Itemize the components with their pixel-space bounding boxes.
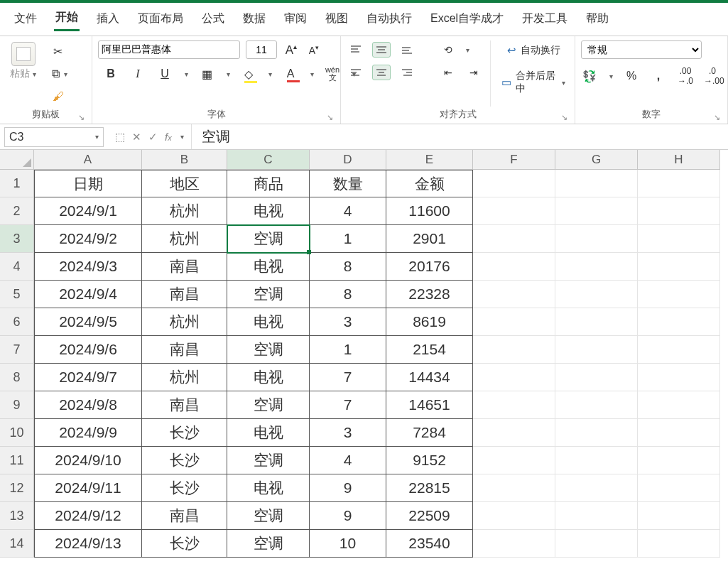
italic-button[interactable]: I (129, 67, 146, 80)
cell-H4[interactable] (638, 253, 720, 281)
cell-C7[interactable]: 空调 (227, 336, 310, 364)
orientation-icon[interactable]: ⟲ (439, 42, 457, 58)
col-header-F[interactable]: F (473, 150, 555, 170)
cell-H7[interactable] (638, 336, 720, 364)
format-painter-button[interactable]: 🖌 (45, 87, 71, 106)
cell-G8[interactable] (555, 364, 638, 391)
cell-B13[interactable]: 南昌 (142, 502, 227, 530)
cell-G12[interactable] (555, 474, 638, 502)
confirm-icon[interactable]: ✓ (148, 131, 158, 143)
cell-E8[interactable]: 14434 (386, 364, 473, 391)
row-header-7[interactable]: 7 (0, 336, 34, 364)
cell-G11[interactable] (555, 447, 638, 474)
cell-D4[interactable]: 8 (310, 253, 386, 281)
cell-D5[interactable]: 8 (310, 281, 386, 308)
cell-F8[interactable] (473, 364, 555, 391)
cell-A13[interactable]: 2024/9/12 (34, 502, 142, 530)
cell-A14[interactable]: 2024/9/13 (34, 530, 142, 558)
align-top-icon[interactable] (347, 42, 365, 58)
cell-E12[interactable]: 22815 (386, 474, 473, 502)
copy-button[interactable]: ⧉▾ (45, 65, 71, 83)
cell-B1[interactable]: 地区 (142, 170, 227, 197)
cell-B3[interactable]: 杭州 (142, 225, 227, 253)
cell-H2[interactable] (638, 197, 720, 225)
cell-A2[interactable]: 2024/9/1 (34, 197, 142, 225)
cell-A8[interactable]: 2024/9/7 (34, 364, 142, 391)
col-header-E[interactable]: E (386, 150, 473, 170)
cell-D7[interactable]: 1 (310, 336, 386, 364)
cell-D14[interactable]: 10 (310, 530, 386, 558)
cell-G2[interactable] (555, 197, 638, 225)
col-header-C[interactable]: C (227, 150, 310, 170)
cell-E9[interactable]: 14651 (386, 391, 473, 419)
cell-B4[interactable]: 南昌 (142, 253, 227, 281)
name-box[interactable]: C3 ▾ (4, 127, 104, 147)
cell-F12[interactable] (473, 474, 555, 502)
cell-A1[interactable]: 日期 (34, 170, 142, 197)
cell-C2[interactable]: 电视 (227, 197, 310, 225)
cell-C9[interactable]: 空调 (227, 391, 310, 419)
cell-C11[interactable]: 空调 (227, 447, 310, 474)
row-header-11[interactable]: 11 (0, 447, 34, 474)
dialog-launcher-icon[interactable]: ↘ (714, 113, 720, 122)
row-header-10[interactable]: 10 (0, 419, 34, 447)
cell-H1[interactable] (638, 170, 720, 197)
cell-C12[interactable]: 电视 (227, 474, 310, 502)
chevron-down-icon[interactable]: ▾ (33, 70, 36, 78)
cell-F6[interactable] (473, 308, 555, 336)
cell-B7[interactable]: 南昌 (142, 336, 227, 364)
cell-B2[interactable]: 杭州 (142, 197, 227, 225)
cell-A3[interactable]: 2024/9/2 (34, 225, 142, 253)
row-header-2[interactable]: 2 (0, 197, 34, 225)
col-header-B[interactable]: B (142, 150, 227, 170)
tab-9[interactable]: Excel自学成才 (429, 10, 505, 31)
tab-6[interactable]: 审阅 (283, 10, 308, 31)
dialog-launcher-icon[interactable]: ↘ (327, 113, 333, 122)
align-bottom-icon[interactable] (398, 42, 416, 58)
underline-button[interactable]: U (156, 67, 173, 80)
row-header-14[interactable]: 14 (0, 530, 34, 558)
row-header-3[interactable]: 3 (0, 225, 34, 253)
cell-D1[interactable]: 数量 (310, 170, 386, 197)
formula-value[interactable]: 空调 (192, 127, 240, 146)
borders-button[interactable]: ▦ (198, 67, 215, 81)
cut-button[interactable]: ✂ (45, 42, 71, 60)
decrease-font-icon[interactable]: A▾ (305, 44, 322, 56)
cell-D12[interactable]: 9 (310, 474, 386, 502)
cell-A12[interactable]: 2024/9/11 (34, 474, 142, 502)
cell-G9[interactable] (555, 391, 638, 419)
col-header-G[interactable]: G (555, 150, 638, 170)
cell-F11[interactable] (473, 447, 555, 474)
font-color-button[interactable]: A (282, 67, 299, 80)
cell-H5[interactable] (638, 281, 720, 308)
cell-A9[interactable]: 2024/9/8 (34, 391, 142, 419)
cell-D13[interactable]: 9 (310, 502, 386, 530)
cancel-icon[interactable]: ✕ (132, 131, 141, 143)
paste-icon[interactable] (11, 42, 36, 66)
cell-G5[interactable] (555, 281, 638, 308)
decrease-decimal-icon[interactable]: .0→.00 (704, 66, 721, 86)
tab-2[interactable]: 插入 (95, 10, 121, 31)
tab-3[interactable]: 页面布局 (136, 10, 185, 31)
cell-A11[interactable]: 2024/9/10 (34, 447, 142, 474)
cell-G4[interactable] (555, 253, 638, 281)
cell-B14[interactable]: 长沙 (142, 530, 227, 558)
align-right-icon[interactable] (398, 65, 416, 80)
increase-decimal-icon[interactable]: .00→.0 (677, 66, 694, 86)
cell-F7[interactable] (473, 336, 555, 364)
cell-D8[interactable]: 7 (310, 364, 386, 391)
cell-H12[interactable] (638, 474, 720, 502)
cell-C3[interactable]: 空调 (227, 225, 310, 253)
cell-B6[interactable]: 杭州 (142, 308, 227, 336)
cell-H8[interactable] (638, 364, 720, 391)
bold-button[interactable]: B (102, 67, 119, 80)
cell-E14[interactable]: 23540 (386, 530, 473, 558)
dialog-launcher-icon[interactable]: ↘ (78, 113, 85, 122)
row-header-8[interactable]: 8 (0, 364, 34, 391)
tab-4[interactable]: 公式 (200, 10, 226, 31)
cell-F14[interactable] (473, 530, 555, 558)
increase-indent-icon[interactable]: ⇥ (464, 65, 483, 80)
tab-1[interactable]: 开始 (54, 9, 80, 31)
tab-10[interactable]: 开发工具 (521, 10, 569, 31)
cell-G13[interactable] (555, 502, 638, 530)
